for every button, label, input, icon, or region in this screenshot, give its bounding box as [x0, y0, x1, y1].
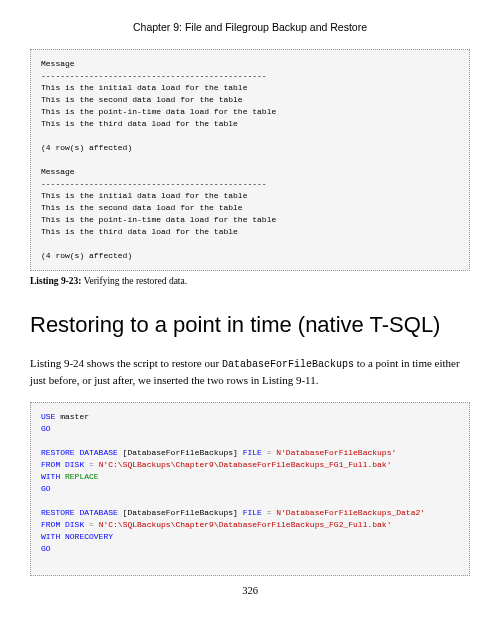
- sql-keyword: FROM DISK: [41, 460, 84, 469]
- sql-keyword: RESTORE DATABASE: [41, 508, 118, 517]
- sql-code-block: USE master GO RESTORE DATABASE [Database…: [30, 402, 470, 576]
- body-paragraph: Listing 9-24 shows the script to restore…: [30, 355, 470, 389]
- listing-label: Listing 9-23:: [30, 276, 81, 286]
- sql-keyword: GO: [41, 544, 51, 553]
- sql-op: =: [262, 448, 276, 457]
- code-line: This is the third data load for the tabl…: [41, 227, 238, 236]
- sql-keyword: FROM DISK: [41, 520, 84, 529]
- sql-text: [DatabaseForFileBackups]: [118, 508, 243, 517]
- code-line: This is the initial data load for the ta…: [41, 83, 247, 92]
- code-line: Message: [41, 167, 75, 176]
- sql-keyword: USE: [41, 412, 55, 421]
- code-line: This is the initial data load for the ta…: [41, 191, 247, 200]
- code-line: This is the third data load for the tabl…: [41, 119, 238, 128]
- sql-keyword: WITH: [41, 532, 60, 541]
- sql-op: =: [84, 460, 98, 469]
- para-text: Listing 9-24 shows the script to restore…: [30, 357, 222, 369]
- sql-string: N'DatabaseForFileBackups': [276, 448, 396, 457]
- code-line: (4 row(s) affected): [41, 143, 132, 152]
- chapter-header: Chapter 9: File and Filegroup Backup and…: [30, 20, 470, 35]
- sql-keyword: FILE: [243, 448, 262, 457]
- code-line: This is the point-in-time data load for …: [41, 107, 276, 116]
- sql-keyword: GO: [41, 424, 51, 433]
- section-heading: Restoring to a point in time (native T-S…: [30, 310, 470, 341]
- listing-caption-9-23: Listing 9-23: Verifying the restored dat…: [30, 275, 470, 288]
- listing-text: Verifying the restored data.: [81, 276, 187, 286]
- sql-keyword: FILE: [243, 508, 262, 517]
- sql-string: N'C:\SQLBackups\Chapter9\DatabaseForFile…: [99, 520, 392, 529]
- output-code-block: Message --------------------------------…: [30, 49, 470, 271]
- sql-text: [DatabaseForFileBackups]: [118, 448, 243, 457]
- code-line: This is the point-in-time data load for …: [41, 215, 276, 224]
- page-number: 326: [0, 584, 500, 599]
- sql-keyword: REPLACE: [60, 472, 98, 481]
- sql-string: N'C:\SQLBackups\Chapter9\DatabaseForFile…: [99, 460, 392, 469]
- code-line: This is the second data load for the tab…: [41, 203, 243, 212]
- code-line: ----------------------------------------…: [41, 179, 267, 188]
- sql-op: =: [84, 520, 98, 529]
- inline-code: DatabaseForFileBackups: [222, 359, 354, 370]
- sql-keyword: WITH: [41, 472, 60, 481]
- code-line: (4 row(s) affected): [41, 251, 132, 260]
- code-line: This is the second data load for the tab…: [41, 95, 243, 104]
- sql-string: N'DatabaseForFileBackups_Data2': [276, 508, 425, 517]
- sql-keyword: RESTORE DATABASE: [41, 448, 118, 457]
- sql-text: master: [55, 412, 89, 421]
- sql-keyword: GO: [41, 484, 51, 493]
- code-line: ----------------------------------------…: [41, 71, 267, 80]
- sql-keyword: NORECOVERY: [60, 532, 113, 541]
- code-line: Message: [41, 59, 75, 68]
- sql-op: =: [262, 508, 276, 517]
